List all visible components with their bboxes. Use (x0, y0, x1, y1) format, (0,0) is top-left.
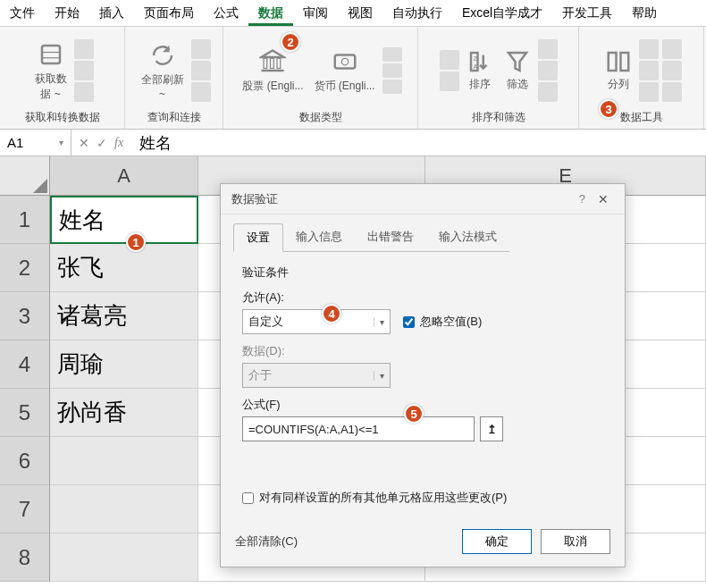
cell-A4[interactable]: 周瑜 (50, 340, 198, 389)
tab-auto[interactable]: 自动执行 (382, 0, 452, 26)
tab-dev[interactable]: 开发工具 (552, 0, 622, 26)
svg-text:A: A (473, 63, 477, 71)
svg-rect-16 (620, 53, 628, 71)
help-icon[interactable]: ? (572, 192, 593, 206)
close-icon[interactable]: ✕ (593, 192, 614, 206)
row-header-1[interactable]: 1 (0, 196, 50, 244)
consolidate-button[interactable] (662, 39, 682, 59)
tab-view[interactable]: 视图 (338, 0, 382, 26)
filter-button[interactable]: 筛选 (500, 46, 534, 94)
clear-filter-button[interactable] (538, 39, 558, 59)
confirm-icon[interactable]: ✓ (97, 136, 107, 150)
tab-file[interactable]: 文件 (0, 0, 45, 26)
row-header-4[interactable]: 4 (0, 340, 50, 389)
from-table-button[interactable] (74, 82, 94, 102)
datatypes-down[interactable] (382, 63, 402, 78)
formula-input[interactable]: =COUNTIFS(A:A,A1)<=1 (242, 416, 475, 441)
text-to-columns-button[interactable]: 分列 (601, 46, 635, 94)
ignore-blank-checkbox[interactable]: 忽略空值(B) (403, 314, 482, 330)
group-label-get-data: 获取和转换数据 (25, 108, 100, 127)
queries-conn-button[interactable] (191, 39, 211, 59)
flash-fill-button[interactable] (639, 39, 659, 59)
datatypes-more[interactable] (382, 80, 402, 94)
row-header-8[interactable]: 8 (0, 533, 50, 582)
fx-icon[interactable]: fx (114, 136, 123, 150)
data-validation-button[interactable] (639, 82, 659, 102)
row-header-5[interactable]: 5 (0, 389, 50, 437)
apply-all-checkbox[interactable] (242, 492, 254, 504)
tab-insert[interactable]: 插入 (89, 0, 134, 26)
cell-A6[interactable] (50, 437, 198, 485)
dialog-tab-settings[interactable]: 设置 (233, 223, 283, 252)
ok-button[interactable]: 确定 (462, 529, 532, 554)
row-header-2[interactable]: 2 (0, 244, 50, 292)
get-data-button[interactable]: 获取数 据 ~ (31, 38, 71, 104)
cell-A8[interactable] (50, 533, 198, 582)
apply-all-row[interactable]: 对有同样设置的所有其他单元格应用这些更改(P) (242, 490, 603, 506)
validation-section-label: 验证条件 (242, 265, 603, 281)
formula-input-value: =COUNTIFS(A:A,A1)<=1 (248, 423, 379, 436)
bank-icon (257, 46, 288, 77)
datatypes-up[interactable] (382, 47, 402, 62)
formula-value[interactable]: 姓名 (130, 132, 172, 154)
sort-asc-button[interactable] (440, 50, 459, 70)
name-box[interactable]: A1 ▾ (0, 130, 71, 155)
cell-A1[interactable]: 姓名 (50, 196, 198, 244)
range-picker-button[interactable]: ↥ (480, 416, 503, 441)
allow-select[interactable]: 自定义 ▾ (242, 309, 391, 334)
ribbon-group-get-data: 获取数 据 ~ 获取和转换数据 (0, 27, 125, 129)
manage-model-button[interactable] (662, 82, 682, 102)
dialog-tab-ime[interactable]: 输入法模式 (426, 223, 509, 252)
row-header-3[interactable]: 3 (0, 292, 50, 340)
cell-A5[interactable]: 孙尚香 (50, 389, 198, 437)
from-web-button[interactable] (74, 61, 94, 80)
clear-all-button[interactable]: 全部清除(C) (235, 533, 298, 550)
tab-help[interactable]: 帮助 (622, 0, 667, 26)
dialog-title-bar[interactable]: 数据验证 ? ✕ (221, 184, 625, 214)
svg-text:Z: Z (473, 55, 477, 63)
svg-rect-0 (42, 46, 60, 63)
reapply-button[interactable] (538, 61, 558, 80)
tab-formulas[interactable]: 公式 (204, 0, 248, 26)
select-all-corner[interactable] (0, 156, 50, 196)
svg-rect-6 (271, 58, 274, 68)
edit-links-button[interactable] (191, 82, 211, 102)
currency-label: 货币 (Engli... (315, 79, 375, 94)
sort-button[interactable]: ZA 排序 (463, 46, 497, 94)
tab-home[interactable]: 开始 (45, 0, 89, 26)
cell-A2[interactable]: 张飞 (50, 244, 198, 292)
relationships-button[interactable] (662, 61, 682, 80)
datatools-col1 (639, 39, 659, 102)
dialog-tab-input-msg[interactable]: 输入信息 (283, 223, 355, 252)
col-header-A[interactable]: A (50, 156, 198, 196)
cancel-button[interactable]: 取消 (541, 529, 610, 554)
cell-A3[interactable]: 诸葛亮 (50, 292, 198, 340)
tab-layout[interactable]: 页面布局 (134, 0, 204, 26)
stocks-label: 股票 (Engli... (242, 79, 303, 94)
group-label-datatypes: 数据类型 (299, 108, 342, 127)
sort-desc-button[interactable] (440, 71, 459, 91)
refresh-all-button[interactable]: 全部刷新 ~ (138, 38, 188, 102)
ribbon-tabs: 文件 开始 插入 页面布局 公式 数据 审阅 视图 自动执行 Excel自学成才… (0, 0, 706, 27)
currency-button[interactable]: 货币 (Engli... (311, 45, 379, 96)
tab-custom[interactable]: Excel自学成才 (452, 0, 552, 26)
stocks-button[interactable]: 股票 (Engli... (239, 45, 307, 96)
tab-review[interactable]: 审阅 (293, 0, 338, 26)
properties-button[interactable] (191, 61, 211, 80)
tab-data[interactable]: 数据 (248, 0, 293, 26)
ignore-blank-input[interactable] (403, 316, 415, 328)
dialog-tab-error-alert[interactable]: 出错警告 (355, 223, 426, 252)
dialog-footer: 全部清除(C) 确定 取消 (221, 529, 625, 554)
advanced-button[interactable] (538, 82, 558, 102)
remove-dup-button[interactable] (639, 61, 659, 80)
svg-rect-5 (264, 58, 267, 68)
cancel-icon[interactable]: ✕ (79, 136, 89, 150)
dialog-title: 数据验证 (231, 191, 278, 207)
sort-label: 排序 (469, 77, 491, 92)
svg-rect-9 (334, 55, 355, 69)
formula-bar-icons: ✕ ✓ fx (71, 136, 130, 150)
row-header-7[interactable]: 7 (0, 485, 50, 533)
from-text-button[interactable] (74, 39, 94, 59)
row-header-6[interactable]: 6 (0, 437, 50, 485)
cell-A7[interactable] (50, 485, 198, 533)
